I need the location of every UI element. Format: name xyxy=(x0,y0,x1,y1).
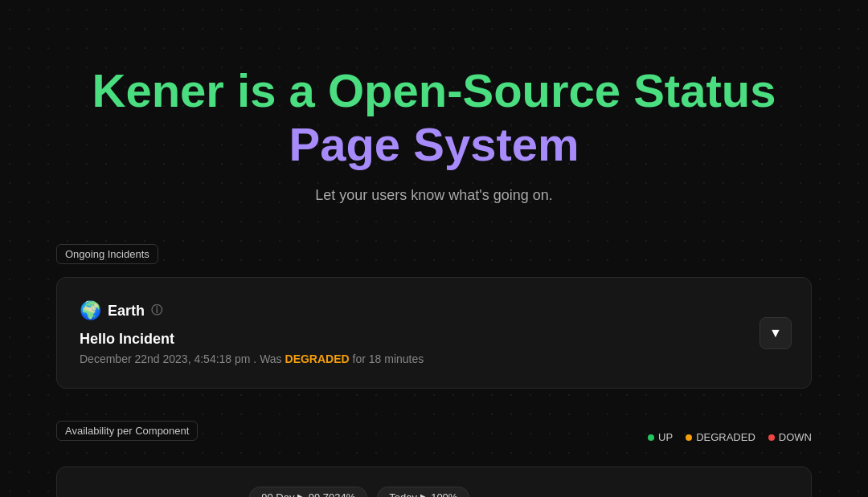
down-dot-icon xyxy=(768,434,775,441)
legend-up: UP xyxy=(648,431,673,443)
incident-component-header: 🌍 Earth ⓘ xyxy=(80,300,788,321)
incident-title: Hello Incident xyxy=(80,331,788,348)
legend-down: DOWN xyxy=(768,431,812,443)
chevron-down-icon: ▼ xyxy=(769,326,782,340)
legend-down-label: DOWN xyxy=(779,431,812,443)
incident-meta-suffix: for 18 minutes xyxy=(350,352,424,365)
legend: UP DEGRADED DOWN xyxy=(648,431,812,443)
incident-expand-button[interactable]: ▼ xyxy=(760,317,792,349)
info-icon: ⓘ xyxy=(151,303,162,318)
availability-header: Availability per Component UP DEGRADED D… xyxy=(56,421,812,454)
incident-card: 🌍 Earth ⓘ Hello Incident December 22nd 2… xyxy=(56,277,812,389)
stat-badge-today: Today ▶ 100% xyxy=(377,487,469,497)
incident-component-name: Earth xyxy=(108,303,145,320)
incident-status-badge: DEGRADED xyxy=(285,352,350,365)
hero-title-line2: Page System xyxy=(289,118,579,170)
stat-badge-90day: 90 Day ▶ 99.7024% xyxy=(249,487,367,497)
incident-meta: December 22nd 2023, 4:54:18 pm . Was DEG… xyxy=(80,352,788,365)
globe-icon: 🌍 xyxy=(80,300,101,321)
hero-title: Kener is a Open-Source Status Page Syste… xyxy=(56,64,812,171)
ongoing-incidents-label: Ongoing Incidents xyxy=(56,244,158,264)
availability-section: Availability per Component UP DEGRADED D… xyxy=(56,421,812,497)
incidents-section: Ongoing Incidents 🌍 Earth ⓘ Hello Incide… xyxy=(56,244,812,389)
hero-section: Kener is a Open-Source Status Page Syste… xyxy=(56,32,812,244)
legend-degraded-label: DEGRADED xyxy=(696,431,755,443)
legend-up-label: UP xyxy=(658,431,673,443)
availability-label: Availability per Component xyxy=(56,421,198,441)
component-card: Google Search ⓘ Recent Incidents → 90 Da… xyxy=(56,466,812,497)
stats-row: 90 Day ▶ 99.7024% Today ▶ 100% xyxy=(249,487,868,497)
hero-title-line1: Kener is a Open-Source Status xyxy=(92,64,776,116)
hero-subtitle: Let your users know what's going on. xyxy=(56,187,812,204)
up-dot-icon xyxy=(648,434,654,441)
component-middle: 90 Day ▶ 99.7024% Today ▶ 100% xyxy=(249,487,868,497)
incident-meta-prefix: December 22nd 2023, 4:54:18 pm . Was xyxy=(80,352,285,365)
degraded-dot-icon xyxy=(686,434,692,441)
legend-degraded: DEGRADED xyxy=(686,431,755,443)
